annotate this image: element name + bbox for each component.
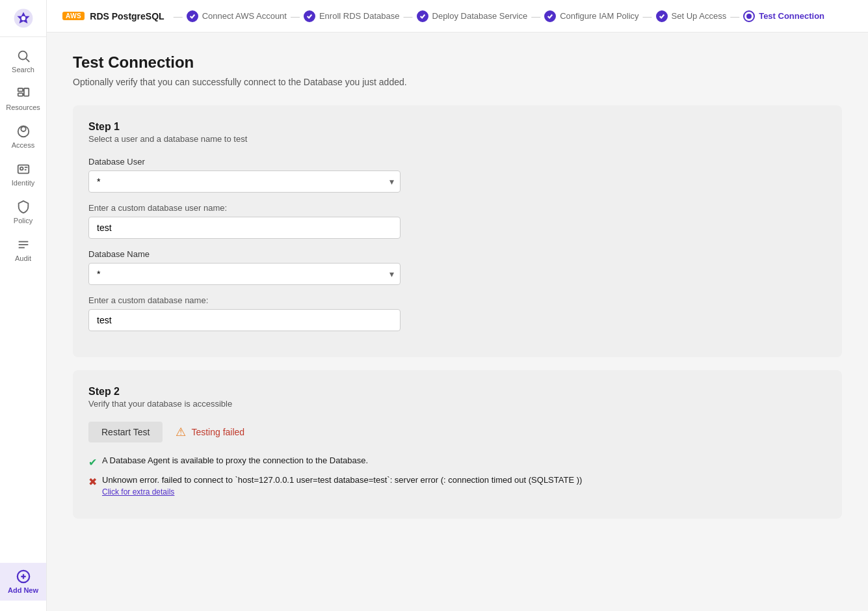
wizard-step-test-connection[interactable]: Test Connection <box>743 10 824 22</box>
step1-heading: Step 1 <box>88 121 826 133</box>
sidebar-item-search[interactable]: Search <box>0 42 46 80</box>
logo <box>0 0 46 37</box>
test-status: ⚠ Testing failed <box>176 425 244 439</box>
step-check-enroll-rds <box>304 10 315 22</box>
sidebar-item-identity[interactable]: Identity <box>0 156 46 193</box>
custom-name-input[interactable] <box>88 309 401 331</box>
result-item-success: ✔ A Database Agent is available to proxy… <box>88 455 826 468</box>
step1-card: Step 1 Select a user and a database name… <box>73 105 842 357</box>
step-check-deploy-db <box>417 10 428 22</box>
wizard-header: AWS RDS PostgreSQL — Connect AWS Account… <box>47 0 868 33</box>
result-success-message: A Database Agent is available to proxy t… <box>102 455 368 465</box>
sidebar-bottom: Add New <box>0 563 46 611</box>
result-item-error: ✖ Unknown error. failed to connect to `h… <box>88 475 826 496</box>
wizard-step-deploy-db[interactable]: Deploy Database Service <box>417 10 528 22</box>
page-content: Test Connection Optionally verify that y… <box>47 33 868 611</box>
db-name-group: Database Name * ▾ <box>88 249 826 285</box>
step2-card: Step 2 Verify that your database is acce… <box>73 370 842 519</box>
db-user-select-wrapper: * ▾ <box>88 170 401 193</box>
warning-icon: ⚠ <box>176 425 186 439</box>
db-name-select-wrapper: * ▾ <box>88 263 401 285</box>
sidebar-nav: Search Resources Access Identity <box>0 37 46 563</box>
custom-user-input[interactable] <box>88 217 401 239</box>
svg-point-2 <box>18 51 27 60</box>
step1-subheading: Select a user and a database name to tes… <box>88 134 826 144</box>
wizard-step-set-up-access[interactable]: Set Up Access <box>656 10 727 22</box>
result-error-message: Unknown error. failed to connect to `hos… <box>102 475 582 485</box>
aws-badge: AWS <box>62 12 85 20</box>
svg-rect-5 <box>18 93 22 96</box>
sidebar-item-access[interactable]: Access <box>0 118 46 156</box>
wizard-step-connect-aws[interactable]: Connect AWS Account <box>187 10 287 22</box>
svg-rect-4 <box>18 88 22 92</box>
step2-subheading: Verify that your database is accessible <box>88 399 826 409</box>
step2-controls: Restart Test ⚠ Testing failed <box>88 422 826 442</box>
sidebar-item-policy[interactable]: Policy <box>0 193 46 231</box>
sidebar: Search Resources Access Identity <box>0 0 47 611</box>
extra-details-link[interactable]: Click for extra details <box>102 487 582 496</box>
test-status-text: Testing failed <box>191 427 244 437</box>
db-user-group: Database User * ▾ <box>88 157 826 193</box>
step-check-connect-aws <box>187 10 198 22</box>
step-circle-test-connection <box>743 10 755 22</box>
step2-heading: Step 2 <box>88 386 826 398</box>
custom-name-label: Enter a custom database name: <box>88 295 826 305</box>
custom-user-label: Enter a custom database user name: <box>88 203 826 213</box>
step-check-set-up-access <box>656 10 668 22</box>
custom-name-group: Enter a custom database name: <box>88 295 826 331</box>
db-name-select[interactable]: * <box>88 263 401 285</box>
custom-user-group: Enter a custom database user name: <box>88 203 826 239</box>
step-check-configure-iam <box>544 10 556 22</box>
restart-test-button[interactable]: Restart Test <box>88 422 163 442</box>
sidebar-item-audit[interactable]: Audit <box>0 231 46 269</box>
error-icon: ✖ <box>88 476 97 488</box>
success-icon: ✔ <box>88 456 97 468</box>
main-content: AWS RDS PostgreSQL — Connect AWS Account… <box>47 0 868 611</box>
wizard-service: AWS RDS PostgreSQL <box>62 11 164 21</box>
sidebar-item-resources[interactable]: Resources <box>0 80 46 118</box>
db-user-label: Database User <box>88 157 826 167</box>
add-new-button[interactable]: Add New <box>0 563 46 601</box>
error-detail-block: Unknown error. failed to connect to `hos… <box>102 475 582 496</box>
page-subtitle: Optionally verify that you can successfu… <box>73 77 842 87</box>
svg-point-7 <box>21 127 25 131</box>
db-name-label: Database Name <box>88 249 826 259</box>
page-title: Test Connection <box>73 53 842 72</box>
svg-line-3 <box>26 59 29 62</box>
svg-point-10 <box>20 167 23 170</box>
service-name: RDS PostgreSQL <box>90 11 164 21</box>
svg-rect-6 <box>23 88 28 96</box>
svg-point-1 <box>21 16 25 20</box>
db-user-select[interactable]: * <box>88 170 401 193</box>
wizard-step-enroll-rds[interactable]: Enroll RDS Database <box>304 10 400 22</box>
wizard-step-configure-iam[interactable]: Configure IAM Policy <box>544 10 638 22</box>
